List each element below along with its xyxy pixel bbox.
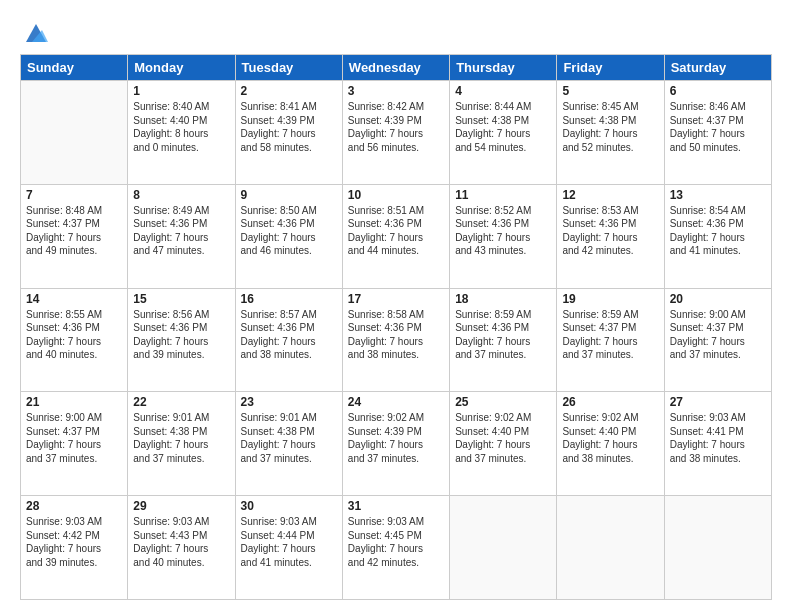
calendar-cell: 13Sunrise: 8:54 AMSunset: 4:36 PMDayligh… bbox=[664, 184, 771, 288]
day-info: and 44 minutes. bbox=[348, 244, 444, 258]
calendar-cell: 7Sunrise: 8:48 AMSunset: 4:37 PMDaylight… bbox=[21, 184, 128, 288]
calendar-cell bbox=[664, 496, 771, 600]
day-info: Daylight: 7 hours bbox=[241, 438, 337, 452]
day-info: Sunrise: 9:02 AM bbox=[348, 411, 444, 425]
col-header-tuesday: Tuesday bbox=[235, 55, 342, 81]
day-info: Sunset: 4:36 PM bbox=[133, 321, 229, 335]
day-info: Daylight: 7 hours bbox=[241, 335, 337, 349]
day-info: and 43 minutes. bbox=[455, 244, 551, 258]
calendar: SundayMondayTuesdayWednesdayThursdayFrid… bbox=[20, 54, 772, 600]
day-number: 24 bbox=[348, 395, 444, 409]
calendar-cell bbox=[21, 81, 128, 185]
logo-icon bbox=[22, 20, 50, 48]
col-header-sunday: Sunday bbox=[21, 55, 128, 81]
day-number: 8 bbox=[133, 188, 229, 202]
day-info: Sunrise: 8:59 AM bbox=[562, 308, 658, 322]
day-info: and 39 minutes. bbox=[133, 348, 229, 362]
day-info: Sunset: 4:36 PM bbox=[562, 217, 658, 231]
logo bbox=[20, 22, 50, 44]
day-info: and 46 minutes. bbox=[241, 244, 337, 258]
day-info: Daylight: 7 hours bbox=[670, 438, 766, 452]
calendar-cell: 17Sunrise: 8:58 AMSunset: 4:36 PMDayligh… bbox=[342, 288, 449, 392]
day-number: 3 bbox=[348, 84, 444, 98]
day-info: Sunrise: 8:58 AM bbox=[348, 308, 444, 322]
day-number: 31 bbox=[348, 499, 444, 513]
day-info: Daylight: 8 hours bbox=[133, 127, 229, 141]
day-info: Daylight: 7 hours bbox=[133, 542, 229, 556]
day-info: Sunrise: 9:02 AM bbox=[562, 411, 658, 425]
calendar-cell: 9Sunrise: 8:50 AMSunset: 4:36 PMDaylight… bbox=[235, 184, 342, 288]
day-info: Sunrise: 8:44 AM bbox=[455, 100, 551, 114]
day-info: Daylight: 7 hours bbox=[241, 127, 337, 141]
day-number: 29 bbox=[133, 499, 229, 513]
day-info: Daylight: 7 hours bbox=[26, 231, 122, 245]
calendar-cell: 11Sunrise: 8:52 AMSunset: 4:36 PMDayligh… bbox=[450, 184, 557, 288]
day-info: and 37 minutes. bbox=[133, 452, 229, 466]
calendar-cell: 19Sunrise: 8:59 AMSunset: 4:37 PMDayligh… bbox=[557, 288, 664, 392]
day-info: Daylight: 7 hours bbox=[670, 127, 766, 141]
day-number: 19 bbox=[562, 292, 658, 306]
calendar-cell: 20Sunrise: 9:00 AMSunset: 4:37 PMDayligh… bbox=[664, 288, 771, 392]
day-info: Sunrise: 8:55 AM bbox=[26, 308, 122, 322]
day-number: 4 bbox=[455, 84, 551, 98]
day-info: Sunrise: 8:50 AM bbox=[241, 204, 337, 218]
day-info: Sunset: 4:36 PM bbox=[670, 217, 766, 231]
day-info: Sunset: 4:36 PM bbox=[241, 217, 337, 231]
day-info: Sunset: 4:36 PM bbox=[455, 217, 551, 231]
day-info: Sunrise: 8:59 AM bbox=[455, 308, 551, 322]
day-info: and 39 minutes. bbox=[26, 556, 122, 570]
day-info: Sunrise: 9:01 AM bbox=[241, 411, 337, 425]
calendar-cell: 4Sunrise: 8:44 AMSunset: 4:38 PMDaylight… bbox=[450, 81, 557, 185]
day-number: 15 bbox=[133, 292, 229, 306]
day-info: Sunrise: 9:00 AM bbox=[26, 411, 122, 425]
day-info: Sunset: 4:36 PM bbox=[241, 321, 337, 335]
day-info: and 50 minutes. bbox=[670, 141, 766, 155]
calendar-cell: 15Sunrise: 8:56 AMSunset: 4:36 PMDayligh… bbox=[128, 288, 235, 392]
calendar-cell: 18Sunrise: 8:59 AMSunset: 4:36 PMDayligh… bbox=[450, 288, 557, 392]
day-number: 25 bbox=[455, 395, 551, 409]
day-number: 10 bbox=[348, 188, 444, 202]
day-info: and 41 minutes. bbox=[670, 244, 766, 258]
calendar-cell: 26Sunrise: 9:02 AMSunset: 4:40 PMDayligh… bbox=[557, 392, 664, 496]
day-info: Sunrise: 8:42 AM bbox=[348, 100, 444, 114]
day-info: and 37 minutes. bbox=[241, 452, 337, 466]
day-info: Daylight: 7 hours bbox=[348, 335, 444, 349]
calendar-cell: 21Sunrise: 9:00 AMSunset: 4:37 PMDayligh… bbox=[21, 392, 128, 496]
calendar-cell: 1Sunrise: 8:40 AMSunset: 4:40 PMDaylight… bbox=[128, 81, 235, 185]
calendar-week-row: 28Sunrise: 9:03 AMSunset: 4:42 PMDayligh… bbox=[21, 496, 772, 600]
calendar-cell: 12Sunrise: 8:53 AMSunset: 4:36 PMDayligh… bbox=[557, 184, 664, 288]
day-info: Daylight: 7 hours bbox=[348, 127, 444, 141]
day-info: and 56 minutes. bbox=[348, 141, 444, 155]
day-info: Sunset: 4:37 PM bbox=[670, 321, 766, 335]
day-number: 16 bbox=[241, 292, 337, 306]
day-number: 1 bbox=[133, 84, 229, 98]
day-info: Daylight: 7 hours bbox=[562, 127, 658, 141]
day-info: Daylight: 7 hours bbox=[348, 231, 444, 245]
day-info: and 42 minutes. bbox=[562, 244, 658, 258]
day-info: and 54 minutes. bbox=[455, 141, 551, 155]
calendar-header-row: SundayMondayTuesdayWednesdayThursdayFrid… bbox=[21, 55, 772, 81]
day-info: and 40 minutes. bbox=[26, 348, 122, 362]
day-info: Sunrise: 8:53 AM bbox=[562, 204, 658, 218]
day-number: 11 bbox=[455, 188, 551, 202]
day-info: and 37 minutes. bbox=[670, 348, 766, 362]
day-info: Sunset: 4:40 PM bbox=[133, 114, 229, 128]
calendar-cell: 2Sunrise: 8:41 AMSunset: 4:39 PMDaylight… bbox=[235, 81, 342, 185]
day-info: Sunset: 4:36 PM bbox=[348, 321, 444, 335]
day-info: Daylight: 7 hours bbox=[455, 127, 551, 141]
day-number: 6 bbox=[670, 84, 766, 98]
calendar-cell: 5Sunrise: 8:45 AMSunset: 4:38 PMDaylight… bbox=[557, 81, 664, 185]
day-info: Sunrise: 9:03 AM bbox=[348, 515, 444, 529]
calendar-cell: 27Sunrise: 9:03 AMSunset: 4:41 PMDayligh… bbox=[664, 392, 771, 496]
day-info: Sunrise: 8:54 AM bbox=[670, 204, 766, 218]
day-number: 2 bbox=[241, 84, 337, 98]
day-info: Sunset: 4:40 PM bbox=[455, 425, 551, 439]
day-info: Daylight: 7 hours bbox=[133, 231, 229, 245]
day-info: Sunset: 4:41 PM bbox=[670, 425, 766, 439]
day-info: Sunset: 4:39 PM bbox=[348, 114, 444, 128]
day-info: Daylight: 7 hours bbox=[26, 542, 122, 556]
day-info: Sunrise: 9:01 AM bbox=[133, 411, 229, 425]
day-info: and 47 minutes. bbox=[133, 244, 229, 258]
col-header-monday: Monday bbox=[128, 55, 235, 81]
day-info: Sunset: 4:45 PM bbox=[348, 529, 444, 543]
